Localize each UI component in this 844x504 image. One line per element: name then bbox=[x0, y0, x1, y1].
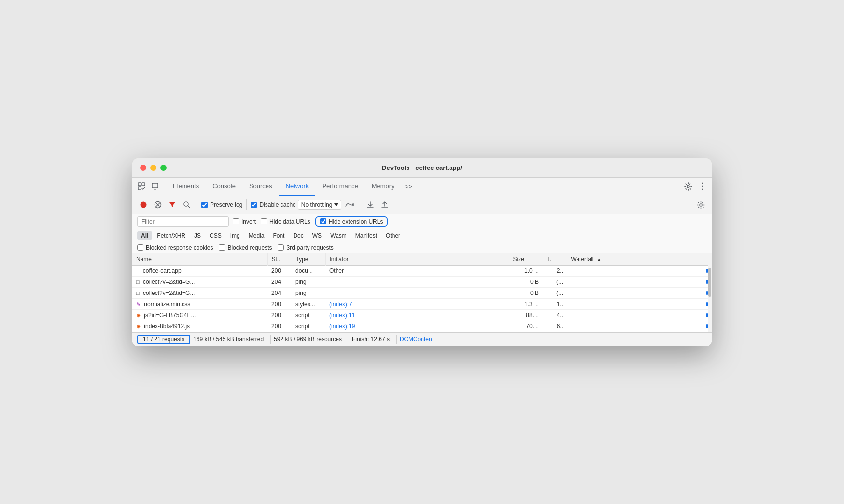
third-party-label[interactable]: 3rd-party requests bbox=[278, 244, 333, 251]
svg-rect-4 bbox=[154, 189, 156, 190]
row-type: script bbox=[292, 309, 325, 321]
export-icon[interactable] bbox=[379, 198, 391, 211]
network-settings-icon[interactable] bbox=[694, 198, 707, 211]
minimize-button[interactable] bbox=[150, 165, 156, 171]
close-button[interactable] bbox=[140, 165, 146, 171]
tab-sources[interactable]: Sources bbox=[242, 177, 279, 196]
row-initiator: (index):11 bbox=[325, 309, 509, 321]
more-options-icon[interactable] bbox=[697, 181, 708, 192]
type-btn-img[interactable]: Img bbox=[226, 231, 244, 240]
inspect-icon[interactable] bbox=[150, 181, 160, 192]
row-size: 1.0 ... bbox=[509, 265, 543, 276]
hide-extension-urls-label[interactable]: Hide extension URLs bbox=[320, 218, 383, 225]
type-btn-ws[interactable]: WS bbox=[309, 231, 325, 240]
type-btn-all[interactable]: All bbox=[137, 231, 152, 240]
row-size: 0 B bbox=[509, 287, 543, 298]
invert-label[interactable]: Invert bbox=[233, 218, 256, 225]
tab-network[interactable]: Network bbox=[279, 177, 316, 196]
col-header-type[interactable]: Type bbox=[292, 253, 325, 266]
tab-more[interactable]: >> bbox=[401, 183, 416, 190]
initiator-link[interactable]: (index):11 bbox=[329, 312, 355, 319]
type-btn-media[interactable]: Media bbox=[245, 231, 268, 240]
svg-point-20 bbox=[700, 204, 702, 206]
tab-performance[interactable]: Performance bbox=[315, 177, 365, 196]
scrollbar-track[interactable] bbox=[708, 253, 712, 332]
row-waterfall bbox=[567, 298, 712, 309]
preserve-log-label[interactable]: Preserve log bbox=[201, 201, 242, 208]
network-table: Name St... Type Initiator Size bbox=[132, 253, 712, 332]
maximize-button[interactable] bbox=[160, 165, 167, 171]
throttle-select[interactable]: No throttling bbox=[298, 200, 342, 210]
tab-elements[interactable]: Elements bbox=[166, 177, 206, 196]
col-header-status[interactable]: St... bbox=[267, 253, 292, 266]
svg-point-10 bbox=[141, 202, 147, 208]
row-type: script bbox=[292, 321, 325, 332]
clear-icon[interactable] bbox=[152, 198, 164, 211]
table-row[interactable]: □ collect?v=2&tid=G... 204 ping 0 B (... bbox=[132, 287, 712, 298]
preserve-log-checkbox[interactable] bbox=[201, 202, 208, 208]
initiator-link[interactable]: (index):19 bbox=[329, 323, 355, 330]
network-table-container[interactable]: Name St... Type Initiator Size bbox=[132, 253, 712, 332]
blocked-requests-checkbox[interactable] bbox=[219, 244, 225, 251]
type-btn-js[interactable]: JS bbox=[190, 231, 205, 240]
blocked-cookies-label[interactable]: Blocked response cookies bbox=[137, 244, 213, 251]
disable-cache-checkbox[interactable] bbox=[251, 202, 257, 208]
type-btn-wasm[interactable]: Wasm bbox=[326, 231, 351, 240]
filter-input[interactable] bbox=[137, 216, 229, 227]
col-header-name[interactable]: Name bbox=[132, 253, 267, 266]
row-initiator bbox=[325, 276, 509, 287]
settings-icon[interactable] bbox=[683, 181, 693, 192]
tab-bar: Elements Console Sources Network Perform… bbox=[132, 178, 712, 196]
table-row[interactable]: ⊕ js?id=G-LB75G4E... 200 script (index):… bbox=[132, 309, 712, 321]
svg-rect-5 bbox=[155, 188, 155, 189]
scrollbar-thumb[interactable] bbox=[708, 268, 711, 297]
tab-console[interactable]: Console bbox=[206, 177, 242, 196]
table-row[interactable]: ⊕ index-8bfa4912.js 200 script (index):1… bbox=[132, 321, 712, 332]
file-icon: ≡ bbox=[136, 268, 139, 274]
hide-extension-urls-checkbox[interactable] bbox=[320, 218, 326, 224]
import-icon[interactable] bbox=[364, 198, 377, 211]
blocked-cookies-checkbox[interactable] bbox=[137, 244, 143, 251]
svg-rect-3 bbox=[152, 183, 158, 188]
type-btn-manifest[interactable]: Manifest bbox=[352, 231, 381, 240]
hide-data-urls-checkbox[interactable] bbox=[261, 218, 267, 224]
type-btn-doc[interactable]: Doc bbox=[289, 231, 307, 240]
type-btn-css[interactable]: CSS bbox=[206, 231, 225, 240]
table-row[interactable]: □ collect?v=2&tid=G... 204 ping 0 B (... bbox=[132, 276, 712, 287]
cursor-icon[interactable] bbox=[136, 181, 147, 192]
devtools-body: Elements Console Sources Network Perform… bbox=[132, 178, 712, 346]
blocked-requests-label[interactable]: Blocked requests bbox=[219, 244, 272, 251]
initiator-link[interactable]: (index):7 bbox=[329, 301, 352, 308]
row-time: 2.. bbox=[543, 265, 567, 276]
col-header-initiator[interactable]: Initiator bbox=[325, 253, 509, 266]
invert-checkbox[interactable] bbox=[233, 218, 239, 224]
tab-memory[interactable]: Memory bbox=[365, 177, 401, 196]
status-bar: 11 / 21 requests 169 kB / 545 kB transfe… bbox=[132, 332, 712, 346]
col-header-time[interactable]: T. bbox=[543, 253, 567, 266]
row-name: collect?v=2&tid=G... bbox=[143, 279, 195, 285]
svg-rect-1 bbox=[142, 183, 145, 186]
svg-point-9 bbox=[702, 189, 703, 190]
filter-icon[interactable] bbox=[166, 198, 179, 211]
status-transferred: 169 kB / 545 kB transferred bbox=[190, 335, 271, 344]
third-party-checkbox[interactable] bbox=[278, 244, 284, 251]
type-btn-fetch-xhr[interactable]: Fetch/XHR bbox=[153, 231, 189, 240]
row-initiator bbox=[325, 287, 509, 298]
row-waterfall bbox=[567, 287, 712, 298]
row-name: js?id=G-LB75G4E... bbox=[144, 312, 196, 319]
type-btn-other[interactable]: Other bbox=[382, 231, 404, 240]
disable-cache-label[interactable]: Disable cache bbox=[251, 201, 295, 208]
network-conditions-icon[interactable] bbox=[343, 198, 356, 211]
search-icon[interactable] bbox=[181, 198, 193, 211]
col-header-size[interactable]: Size bbox=[509, 253, 543, 266]
record-stop-icon[interactable] bbox=[137, 198, 150, 211]
row-size: 88.... bbox=[509, 309, 543, 321]
table-row[interactable]: ✎ normalize.min.css 200 styles... (index… bbox=[132, 298, 712, 309]
type-btn-font[interactable]: Font bbox=[269, 231, 288, 240]
svg-point-8 bbox=[702, 186, 703, 187]
hide-data-urls-label[interactable]: Hide data URLs bbox=[261, 218, 310, 225]
network-toolbar: Preserve log Disable cache No throttling bbox=[132, 196, 712, 214]
col-header-waterfall[interactable]: Waterfall ▲ bbox=[567, 253, 712, 266]
titlebar: DevTools - coffee-cart.app/ bbox=[132, 158, 712, 178]
table-row[interactable]: ≡ coffee-cart.app 200 docu... Other 1.0 … bbox=[132, 265, 712, 276]
